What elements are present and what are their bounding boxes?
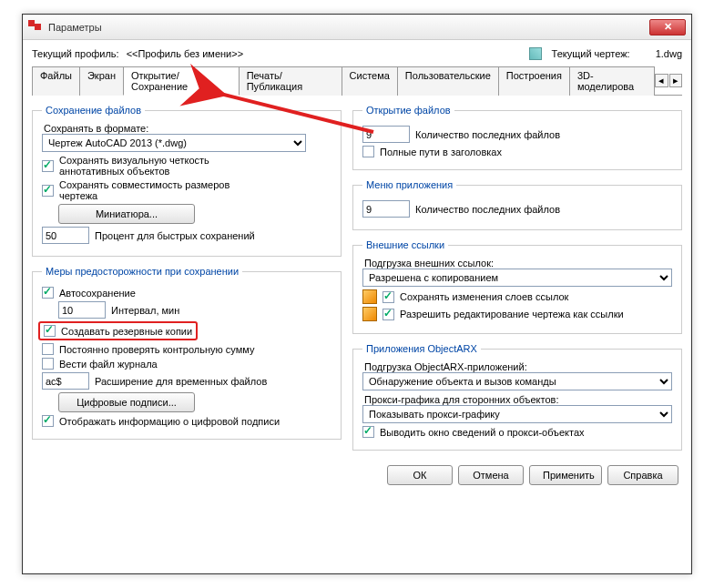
tabstrip: Файлы Экран Открытие/Сохранение Печать/П… [32,66,682,96]
footer: ОК Отмена Применить Справка [32,465,682,485]
group-xref-legend: Внешние ссылки [362,239,448,250]
xref-load-select[interactable]: Разрешена с копированием [362,269,672,287]
profile-value: <<Профиль без имени>> [127,48,522,59]
signatures-button[interactable]: Цифровые подписи... [58,392,195,412]
group-menu: Меню приложения Количество последних фай… [352,179,682,230]
tab-user[interactable]: Пользовательские [397,66,499,96]
ok-button[interactable]: ОК [387,465,453,485]
dialog-window: Параметры ✕ Текущий профиль: <<Профиль б… [22,14,692,574]
proxy-label: Прокси-графика для сторонних объектов: [362,394,672,405]
chk-size-compat[interactable] [42,185,54,197]
lbl-backup: Создавать резервные копии [61,326,192,337]
lbl-xref-layers: Сохранять изменения слоев ссылок [400,291,568,302]
profile-row: Текущий профиль: <<Профиль без имени>> Т… [32,47,682,60]
layer-icon [362,307,377,321]
lbl-autosave: Автосохранение [59,288,136,299]
drawing-icon [529,47,542,60]
lbl-log: Вести файл журнала [59,359,158,370]
group-save: Сохранение файлов Сохранять в формате: Ч… [32,105,342,257]
chk-backup[interactable] [44,325,56,337]
chk-proxy-info[interactable] [362,426,374,438]
group-safety-legend: Меры предосторожности при сохранении [42,266,242,277]
group-open: Открытие файлов Количество последних фай… [352,105,682,170]
group-safety: Меры предосторожности при сохранении Авт… [32,266,342,440]
cancel-button[interactable]: Отмена [458,465,524,485]
tab-scroll-right[interactable]: ▸ [669,74,682,87]
recent-menu-input[interactable] [362,200,410,218]
lbl-proxy-info: Выводить окно сведений о прокси-объектах [380,427,585,438]
tab-open-save[interactable]: Открытие/Сохранение [123,66,240,96]
tab-draft[interactable]: Построения [498,66,570,96]
help-button[interactable]: Справка [607,465,678,485]
drawing-value: 1.dwg [656,48,682,59]
tab-print[interactable]: Печать/Публикация [239,66,342,96]
group-save-legend: Сохранение файлов [42,105,145,116]
close-button[interactable]: ✕ [649,19,686,35]
chk-xref-layers[interactable] [382,291,394,303]
drawing-label: Текущий чертеж: [552,48,630,59]
window-title: Параметры [48,22,102,33]
xref-load-label: Подгрузка внешних ссылок: [362,258,672,269]
chk-visual-fidelity[interactable] [42,160,54,172]
lbl-xref-edit: Разрешить редактирование чертежа как ссы… [400,309,624,319]
chk-crc[interactable] [42,343,54,355]
interval-label: Интервал, мин [111,305,179,316]
titlebar: Параметры ✕ [23,15,691,40]
group-open-legend: Открытие файлов [362,105,454,116]
tab-system[interactable]: Система [342,66,398,96]
apply-button[interactable]: Применить [529,465,602,485]
arx-load-select[interactable]: Обнаружение объекта и вызов команды [362,372,672,390]
layer-icon [362,289,377,304]
chk-full-paths[interactable] [362,146,374,157]
tab-scroll-left[interactable]: ◂ [655,74,668,87]
recent-open-input[interactable] [362,126,410,143]
chk-log[interactable] [42,358,54,370]
lbl-visual-fidelity: Сохранять визуальную четкость аннотативн… [59,155,269,177]
format-select[interactable]: Чертеж AutoCAD 2013 (*.dwg) [42,134,306,152]
recent-open-label: Количество последних файлов [415,129,560,140]
chk-sig-info[interactable] [42,415,54,427]
percent-input[interactable] [42,227,89,244]
chk-autosave[interactable] [42,287,54,299]
highlight-backup: Создавать резервные копии [38,321,198,340]
lbl-full-paths: Полные пути в заголовках [380,147,502,157]
ext-input[interactable] [42,372,89,390]
ext-label: Расширение для временных файлов [95,376,267,387]
format-label: Сохранять в формате: [42,123,332,134]
app-logo-icon [28,20,43,35]
percent-label: Процент для быстрых сохранений [95,230,255,241]
proxy-select[interactable]: Показывать прокси-графику [362,405,672,423]
group-xref: Внешние ссылки Подгрузка внешних ссылок:… [352,239,682,334]
recent-menu-label: Количество последних файлов [415,204,560,215]
group-arx: Приложения ObjectARX Подгрузка ObjectARX… [352,343,682,451]
tab-3d[interactable]: 3D-моделирова [569,66,655,96]
chk-xref-edit[interactable] [382,309,394,320]
lbl-sig-info: Отображать информацию о цифровой подписи [59,416,280,427]
group-menu-legend: Меню приложения [362,179,456,190]
lbl-crc: Постоянно проверять контрольную сумму [59,344,254,355]
interval-input[interactable] [58,301,106,319]
arx-load-label: Подгрузка ObjectARX-приложений: [362,361,672,372]
tab-screen[interactable]: Экран [79,66,124,96]
profile-label: Текущий профиль: [32,48,119,59]
tab-files[interactable]: Файлы [32,66,80,96]
lbl-size-compat: Сохранять совместимость размеров чертежа [59,179,269,201]
thumbnail-button[interactable]: Миниатюра... [58,204,195,224]
group-arx-legend: Приложения ObjectARX [362,343,481,354]
